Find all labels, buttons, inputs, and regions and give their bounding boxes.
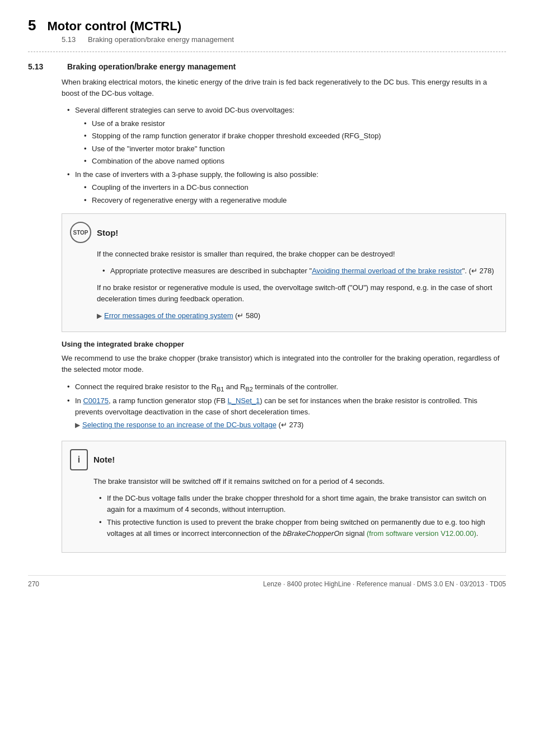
- stop-bullets: Appropriate protective measures are desc…: [102, 265, 496, 277]
- stop-para2: If no brake resistor or regenerative mod…: [97, 282, 496, 305]
- list-item: Stopping of the ramp function generator …: [84, 130, 506, 142]
- error-messages-link[interactable]: Error messages of the operating system: [104, 311, 233, 320]
- chapter-number: 5: [28, 17, 36, 34]
- stop-content: If the connected brake resistor is small…: [97, 249, 496, 321]
- l-nset-link[interactable]: L_NSet_1: [227, 396, 260, 405]
- list-item: In the case of inverters with a 3-phase …: [67, 169, 506, 206]
- integrated-arrow-item: ▶ Selecting the response to an increase …: [75, 419, 303, 431]
- list-item: This protective function is used to prev…: [99, 517, 496, 539]
- integrated-list: Connect the required brake resistor to t…: [67, 381, 506, 433]
- stop-box: STOP Stop! If the connected brake resist…: [62, 213, 506, 332]
- stop-arrow-item: ▶ Error messages of the operating system…: [97, 310, 496, 321]
- list-item: In C00175, a ramp function generator sto…: [67, 395, 506, 433]
- list-item: Connect the required brake resistor to t…: [67, 381, 506, 394]
- integrated-heading: Using the integrated brake chopper: [62, 340, 506, 348]
- dc-bus-response-link[interactable]: Selecting the response to an increase of…: [82, 421, 277, 429]
- divider: [28, 52, 506, 52]
- sub-ref: 5.13: [62, 35, 76, 44]
- italic-signal: bBrakeChopperOn: [283, 529, 343, 538]
- strategies-list: Several different strategies can serve t…: [67, 105, 506, 206]
- intro-paragraph: When braking electrical motors, the kine…: [62, 77, 506, 99]
- stop-para1: If the connected brake resistor is small…: [97, 249, 496, 260]
- sub-title: Braking operation/brake energy managemen…: [88, 35, 234, 44]
- list-item: Combination of the above named options: [84, 156, 506, 167]
- inverters-sub-list: Coupling of the inverters in a DC-bus co…: [84, 182, 506, 206]
- green-text: (from software version V12.00.00): [367, 529, 476, 538]
- strategies-sub-list: Use of a brake resistor Stopping of the …: [84, 118, 506, 167]
- list-item: If the DC-bus voltage falls under the br…: [99, 493, 496, 515]
- arrow-icon: ▶: [97, 311, 102, 321]
- subscript-b2: B2: [245, 385, 252, 392]
- note-box: i Note! The brake transistor will be swi…: [62, 441, 506, 553]
- chapter-title: Motor control (MCTRL): [47, 19, 181, 34]
- note-bullets: If the DC-bus voltage falls under the br…: [99, 493, 496, 539]
- list-item: Recovery of regenerative energy with a r…: [84, 195, 506, 206]
- stop-title: Stop!: [97, 228, 118, 237]
- arrow-icon: ▶: [75, 420, 80, 430]
- note-content: The brake transistor will be switched of…: [93, 476, 496, 539]
- list-item: Several different strategies can serve t…: [67, 105, 506, 167]
- section-title: Braking operation/brake energy managemen…: [67, 62, 236, 71]
- content-area: When braking electrical motors, the kine…: [62, 77, 506, 553]
- list-item: Use of the "inverter motor brake" functi…: [84, 143, 506, 155]
- header: 5 Motor control (MCTRL) 5.13 Braking ope…: [28, 17, 506, 44]
- page-number: 270: [28, 580, 39, 588]
- integrated-para: We recommend to use the brake chopper (b…: [62, 353, 506, 375]
- note-icon: i: [70, 449, 88, 470]
- subscript-b1: B1: [217, 385, 224, 392]
- stop-icon: STOP: [70, 222, 91, 243]
- page-footer: 270 Lenze · 8400 protec HighLine · Refer…: [28, 575, 506, 588]
- list-item: Appropriate protective measures are desc…: [102, 265, 496, 277]
- list-item: Use of a brake resistor: [84, 118, 506, 129]
- note-header: i Note!: [70, 449, 496, 470]
- list-item: Coupling of the inverters in a DC-bus co…: [84, 182, 506, 193]
- section-heading: 5.13 Braking operation/brake energy mana…: [28, 62, 506, 71]
- c00175-link[interactable]: C00175: [83, 396, 109, 405]
- note-title: Note!: [93, 455, 115, 464]
- avoid-thermal-link[interactable]: Avoiding thermal overload of the brake r…: [312, 267, 462, 275]
- stop-header: STOP Stop!: [70, 222, 496, 243]
- publication-info: Lenze · 8400 protec HighLine · Reference…: [263, 580, 506, 588]
- section-number: 5.13: [28, 62, 50, 71]
- note-para1: The brake transistor will be switched of…: [93, 476, 496, 487]
